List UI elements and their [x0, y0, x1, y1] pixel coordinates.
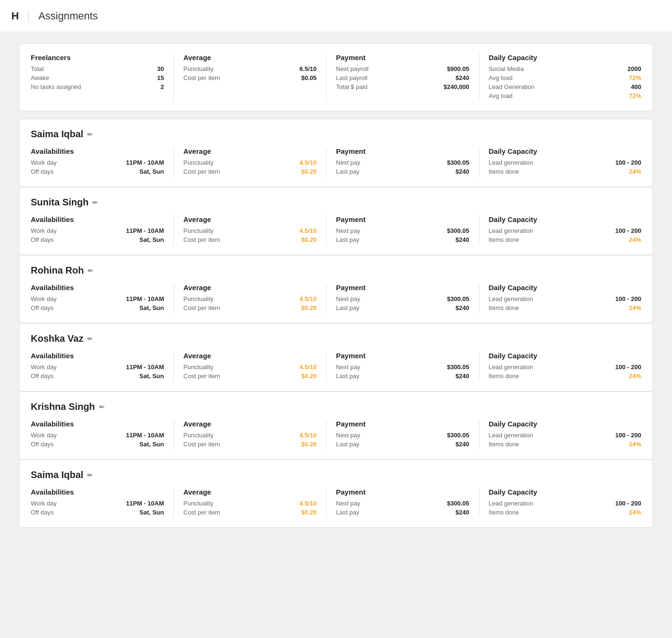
row-label: Cost per item	[184, 372, 220, 380]
freelancer-card-grid: AvailabilitiesWork day11PM - 10AMOff day…	[31, 420, 641, 450]
row-label: Lead generation	[489, 500, 533, 507]
freelancer-card-grid: AvailabilitiesWork day11PM - 10AMOff day…	[31, 352, 641, 381]
section-title: Average	[184, 147, 317, 155]
section-title: Availabilities	[31, 284, 164, 292]
row-value: 100 - 200	[615, 159, 641, 166]
freelancer-name: Sunita Singh ✏	[31, 197, 641, 208]
summary-avgload2-row: Avg load 72%	[489, 92, 642, 99]
row-label: Cost per item	[184, 509, 220, 516]
section-title: Availabilities	[31, 420, 164, 428]
card-section: AveragePunctuality4.5/10Cost per item$0.…	[184, 420, 327, 450]
freelancer-name: Koshka Vaz ✏	[31, 333, 641, 344]
section-row: Off daysSat, Sun	[31, 509, 164, 516]
row-value: $300.05	[447, 500, 469, 507]
summary-leadgen-value: 400	[631, 83, 641, 90]
header: H Assignments	[0, 0, 672, 32]
row-label: Last pay	[336, 372, 359, 380]
section-title: Daily Capacity	[489, 352, 642, 360]
row-label: Punctuality	[184, 432, 214, 439]
card-section: Daily CapacityLead generation100 - 200It…	[489, 147, 642, 177]
summary-lastpayroll-label: Last payroll	[336, 74, 367, 81]
summary-totalpaid-value: $240,000	[443, 83, 469, 90]
row-value: $240	[456, 441, 469, 448]
section-row: Punctuality4.5/10	[184, 227, 317, 234]
freelancers-title: Freelancers	[31, 53, 164, 62]
freelancer-card-grid: AvailabilitiesWork day11PM - 10AMOff day…	[31, 284, 641, 313]
page-title: Assignments	[38, 10, 98, 22]
card-section: PaymentNext pay$300.05Last pay$240	[336, 284, 479, 313]
card-section: PaymentNext pay$300.05Last pay$240	[336, 420, 479, 450]
freelancer-card: Saima Iqbal ✏AvailabilitiesWork day11PM …	[19, 119, 653, 187]
freelancer-name: Saima Iqbal ✏	[31, 129, 641, 140]
section-row: Off daysSat, Sun	[31, 236, 164, 243]
freelancer-name: Krishna Singh ✏	[31, 401, 641, 412]
summary-payment-title: Payment	[336, 53, 469, 62]
row-label: Work day	[31, 432, 57, 439]
summary-punctuality-row: Punctuality 6.5/10	[184, 65, 317, 72]
row-value: 4.5/10	[300, 500, 317, 507]
row-label: Off days	[31, 509, 53, 516]
freelancer-card: Rohina Roh ✏AvailabilitiesWork day11PM -…	[19, 255, 653, 323]
row-value: $300.05	[447, 159, 469, 166]
card-section: AvailabilitiesWork day11PM - 10AMOff day…	[31, 284, 174, 313]
row-label: Last pay	[336, 304, 359, 311]
row-value: 4.5/10	[300, 363, 317, 371]
row-value: 100 - 200	[615, 295, 641, 302]
freelancers-notasks-label: No tasks assigned	[31, 83, 81, 90]
summary-costperitem-value: $0.05	[301, 74, 317, 81]
row-label: Lead generation	[489, 432, 533, 439]
section-title: Availabilities	[31, 352, 164, 360]
section-row: Work day11PM - 10AM	[31, 500, 164, 507]
section-row: Off daysSat, Sun	[31, 168, 164, 175]
freelancer-card-grid: AvailabilitiesWork day11PM - 10AMOff day…	[31, 215, 641, 245]
edit-icon[interactable]: ✏	[87, 471, 93, 479]
freelancer-card: Krishna Singh ✏AvailabilitiesWork day11P…	[19, 391, 653, 460]
row-value: 24%	[629, 236, 641, 243]
row-value: 100 - 200	[615, 432, 641, 439]
section-row: Cost per item$0.20	[184, 441, 317, 448]
edit-icon[interactable]: ✏	[87, 335, 93, 343]
summary-card: Freelancers Total 30 Awake 15 No tasks a…	[19, 44, 653, 111]
freelancers-total-label: Total	[31, 65, 44, 72]
section-title: Average	[184, 420, 317, 428]
section-title: Average	[184, 215, 317, 223]
section-row: Cost per item$0.20	[184, 168, 317, 175]
row-label: Items done	[489, 509, 519, 516]
section-row: Lead generation100 - 200	[489, 432, 642, 439]
summary-socialmedia-row: Social Media 2000	[489, 65, 642, 72]
section-title: Payment	[336, 420, 469, 428]
card-section: Daily CapacityLead generation100 - 200It…	[489, 284, 642, 313]
edit-icon[interactable]: ✏	[99, 403, 105, 411]
row-label: Next pay	[336, 295, 360, 302]
summary-costperitem-label: Cost per item	[184, 74, 220, 81]
row-value: $0.20	[301, 509, 317, 516]
summary-punctuality-label: Punctuality	[184, 65, 214, 72]
section-row: Cost per item$0.20	[184, 304, 317, 311]
card-section: AveragePunctuality4.5/10Cost per item$0.…	[184, 352, 327, 381]
freelancer-card-grid: AvailabilitiesWork day11PM - 10AMOff day…	[31, 488, 641, 518]
row-value: Sat, Sun	[139, 236, 164, 243]
section-row: Last pay$240	[336, 236, 469, 243]
row-label: Last pay	[336, 509, 359, 516]
section-row: Last pay$240	[336, 509, 469, 516]
summary-totalpaid-row: Total $ paid $240,000	[336, 83, 469, 90]
row-label: Next pay	[336, 500, 360, 507]
row-label: Next pay	[336, 363, 360, 371]
row-value: 11PM - 10AM	[126, 500, 164, 507]
section-title: Daily Capacity	[489, 284, 642, 292]
logo: H	[11, 10, 29, 22]
section-row: Off daysSat, Sun	[31, 304, 164, 311]
section-row: Off daysSat, Sun	[31, 441, 164, 448]
section-row: Lead generation100 - 200	[489, 295, 642, 302]
section-row: Work day11PM - 10AM	[31, 159, 164, 166]
row-value: Sat, Sun	[139, 441, 164, 448]
edit-icon[interactable]: ✏	[88, 267, 93, 275]
summary-leadgen-row: Lead Generation 400	[489, 83, 642, 90]
card-section: AvailabilitiesWork day11PM - 10AMOff day…	[31, 420, 174, 450]
section-row: Cost per item$0.20	[184, 236, 317, 243]
summary-nextpayroll-value: $900.05	[447, 65, 469, 72]
edit-icon[interactable]: ✏	[87, 131, 93, 138]
section-title: Payment	[336, 284, 469, 292]
edit-icon[interactable]: ✏	[92, 199, 98, 206]
row-label: Cost per item	[184, 168, 220, 175]
